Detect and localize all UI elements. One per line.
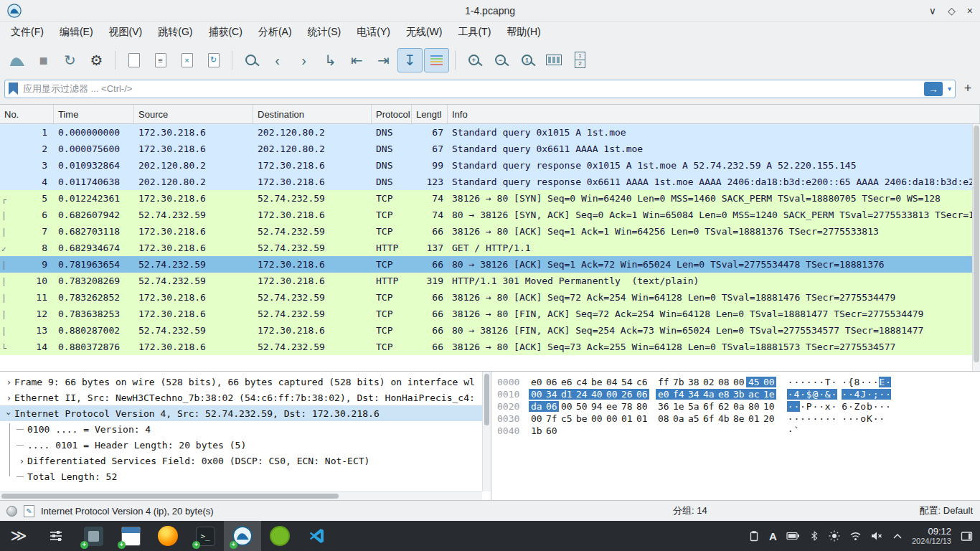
hex-byte[interactable]: 10 (761, 401, 776, 412)
hex-byte[interactable]: 20 (761, 413, 776, 424)
hex-byte[interactable]: c6 (634, 377, 649, 387)
hex-row-0000[interactable]: 0000e006e6c4be0454c6ff7b380208004500····… (497, 377, 980, 389)
menu-statistics[interactable]: 统计(S) (300, 22, 349, 42)
hex-byte[interactable]: 02 (701, 377, 716, 387)
capture-comment-icon[interactable]: ✎ (24, 505, 34, 517)
details-hscrollbar[interactable] (0, 491, 482, 500)
capture-options-button[interactable]: ⚙ (84, 48, 109, 72)
hex-byte[interactable]: 60 (544, 425, 559, 436)
hex-byte[interactable]: 1e (671, 401, 686, 412)
hex-byte[interactable]: 36 (656, 401, 671, 412)
hex-byte[interactable]: 06 (634, 389, 649, 400)
ascii-char[interactable]: · (787, 389, 793, 400)
ascii-char[interactable]: T (824, 377, 831, 387)
ascii-char[interactable]: · (872, 413, 879, 424)
menu-capture[interactable]: 捕获(C) (200, 22, 250, 42)
find-packet-button[interactable] (238, 48, 263, 72)
go-first-packet-button[interactable]: ⇤ (344, 48, 369, 72)
packet-row-6[interactable]: 6│0.68260794252.74.232.59172.30.218.6TCP… (0, 207, 980, 223)
ascii-char[interactable]: 8 (854, 377, 860, 387)
zoom-in-button[interactable]: + (461, 48, 486, 72)
hex-byte[interactable]: 1e (761, 389, 776, 400)
go-to-packet-button[interactable]: ↳ (318, 48, 343, 72)
packet-row-4[interactable]: 40.011740638202.120.80.2172.30.218.6DNS1… (0, 174, 980, 190)
hex-row-0010[interactable]: 00100034d12440002606e0f4344ae83bac1e·4·$… (497, 389, 980, 401)
battery-icon[interactable] (786, 532, 800, 540)
packet-row-11[interactable]: 11│0.783262852172.30.218.652.74.232.59TC… (0, 289, 980, 306)
panel-settings-icon[interactable] (961, 531, 973, 542)
packet-row-5[interactable]: 5┌0.012242361172.30.218.652.74.232.59TCP… (0, 190, 980, 207)
expand-icon[interactable]: › (17, 456, 27, 466)
input-method-icon[interactable]: A (769, 530, 777, 542)
detail-ip-total-length[interactable]: Total Length: 52 (0, 468, 491, 484)
packet-row-9[interactable]: 9│0.78196365452.74.232.59172.30.218.6TCP… (0, 256, 980, 273)
ascii-char[interactable]: · (812, 413, 819, 424)
ascii-char[interactable]: · (848, 389, 854, 400)
hex-byte[interactable]: e8 (716, 389, 731, 400)
go-last-packet-button[interactable]: ⇥ (371, 48, 396, 72)
hex-byte[interactable]: da (529, 401, 544, 412)
hex-byte[interactable]: 5a (686, 401, 701, 412)
taskbar-terminal[interactable]: >_+ (187, 521, 224, 551)
hex-byte[interactable]: 06 (544, 401, 559, 412)
bluetooth-icon[interactable] (809, 530, 819, 542)
column-header-source[interactable]: Source (134, 105, 253, 123)
ascii-char[interactable]: · (860, 377, 867, 387)
detail-ip[interactable]: ›Internet Protocol Version 4, Src: 52.74… (0, 405, 491, 421)
hex-row-0030[interactable]: 0030007fc5be00000101080aa56f4b8e0120····… (497, 413, 980, 425)
ascii-char[interactable]: · (848, 401, 854, 412)
ascii-char[interactable]: P (806, 401, 812, 412)
taskbar-app-1[interactable]: + (75, 521, 112, 551)
expand-icon[interactable]: › (4, 377, 14, 387)
maximize-button[interactable]: ◇ (948, 5, 956, 17)
hex-byte[interactable]: 80 (746, 401, 761, 412)
close-file-button[interactable]: × (174, 48, 199, 72)
ascii-char[interactable]: · (819, 413, 825, 424)
packet-row-8[interactable]: 8✓0.682934674172.30.218.652.74.232.59HTT… (0, 240, 980, 256)
ascii-char[interactable]: $ (806, 389, 812, 400)
hex-byte[interactable]: ee (604, 401, 619, 412)
ascii-char[interactable]: o (860, 401, 867, 412)
ascii-char[interactable]: · (800, 401, 806, 412)
ascii-char[interactable]: · (787, 401, 793, 412)
add-filter-button[interactable]: + (960, 81, 976, 97)
ascii-char[interactable]: · (800, 377, 806, 387)
hex-byte[interactable]: 26 (619, 389, 634, 400)
auto-scroll-button[interactable]: ↧ (397, 48, 423, 72)
hex-byte[interactable]: d1 (559, 389, 574, 400)
hex-byte[interactable]: 00 (604, 389, 619, 400)
go-forward-button[interactable]: › (291, 48, 316, 72)
zoom-out-button[interactable]: − (488, 48, 513, 72)
ascii-char[interactable]: · (831, 389, 837, 400)
hex-byte[interactable]: 3b (731, 389, 746, 400)
hex-byte[interactable]: be (574, 413, 589, 424)
hex-byte[interactable]: 62 (716, 401, 731, 412)
taskbar-app-2[interactable]: + (112, 521, 149, 551)
colorize-packets-button[interactable] (424, 48, 449, 72)
minimize-button[interactable]: ∨ (929, 5, 936, 17)
menu-go[interactable]: 跳转(G) (150, 22, 200, 42)
hex-byte[interactable]: 24 (574, 389, 589, 400)
wifi-icon[interactable] (849, 531, 862, 541)
ascii-char[interactable]: · (831, 401, 837, 412)
hex-byte[interactable]: e6 (559, 377, 574, 387)
ascii-char[interactable]: · (879, 401, 885, 412)
ascii-char[interactable]: b (867, 401, 873, 412)
ascii-char[interactable]: · (812, 377, 819, 387)
ascii-char[interactable]: · (872, 377, 879, 387)
packet-row-10[interactable]: 10│0.78320826952.74.232.59172.30.218.6HT… (0, 273, 980, 289)
hex-byte[interactable]: ff (656, 377, 671, 387)
ascii-char[interactable]: · (867, 377, 873, 387)
detail-frame[interactable]: ›Frame 9: 66 bytes on wire (528 bits), 6… (0, 374, 491, 390)
ascii-char[interactable]: · (787, 425, 793, 436)
packet-row-7[interactable]: 7│0.682703118172.30.218.652.74.232.59TCP… (0, 223, 980, 240)
packet-row-12[interactable]: 12│0.783638253172.30.218.652.74.232.59TC… (0, 306, 980, 322)
brightness-icon[interactable] (829, 530, 840, 542)
profile-label[interactable]: 配置: Default (920, 504, 973, 517)
hex-byte[interactable]: 8e (731, 413, 746, 424)
ascii-char[interactable]: · (793, 377, 800, 387)
hex-byte[interactable]: 06 (544, 377, 559, 387)
app-launcher-button[interactable]: ≫ (0, 521, 37, 551)
ascii-char[interactable]: { (848, 377, 854, 387)
column-header-no[interactable]: No. (0, 105, 54, 123)
